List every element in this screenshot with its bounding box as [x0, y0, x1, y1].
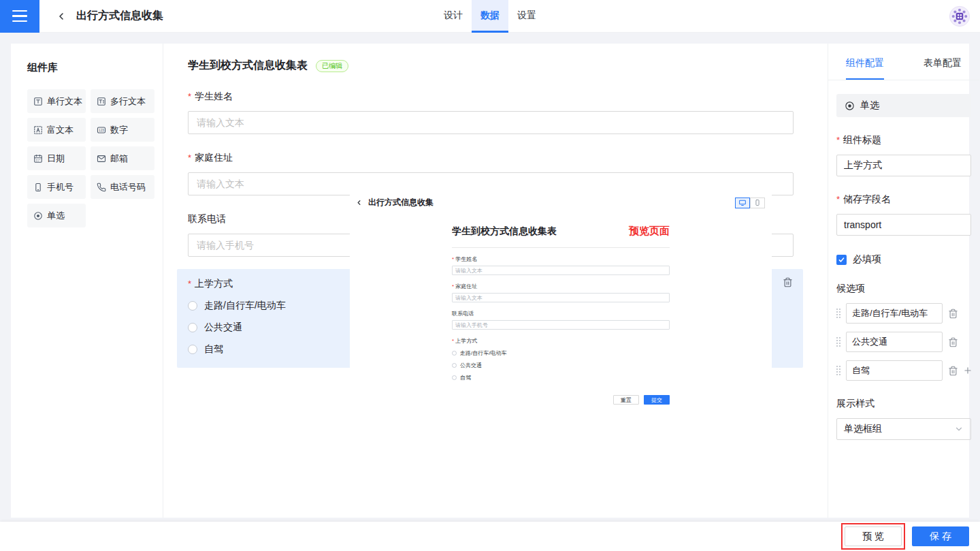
preview-reset-button[interactable]: 重置	[613, 395, 639, 405]
form-title: 学生到校方式信息收集表	[188, 59, 308, 73]
required-checkbox-row[interactable]: 必填项	[836, 253, 971, 266]
option-input[interactable]	[846, 332, 943, 352]
canvas-field-home-address: *家庭住址	[188, 152, 803, 195]
component-library: 组件库 单行文本 多行文本 富文本 123 数字 日期	[11, 44, 163, 518]
display-style-select[interactable]: 单选框组	[836, 418, 971, 440]
multi-line-text-icon	[97, 97, 106, 106]
drag-handle-icon[interactable]	[836, 366, 841, 375]
hamburger-menu-button[interactable]	[0, 0, 39, 33]
radio-circle-icon[interactable]	[188, 323, 197, 332]
required-checkbox-label: 必填项	[853, 253, 881, 266]
library-item-radio[interactable]: 单选	[27, 204, 86, 227]
delete-component-button[interactable]	[783, 277, 793, 287]
radio-icon	[33, 211, 43, 221]
preview-radio-option[interactable]: 公共交通	[452, 362, 670, 369]
library-item-number[interactable]: 123 数字	[91, 118, 154, 142]
device-toggle-group	[735, 198, 765, 208]
delete-option-button[interactable]	[948, 366, 958, 376]
tab-settings[interactable]: 设置	[508, 0, 545, 33]
option-input[interactable]	[846, 303, 943, 324]
preview-header-title: 出行方式信息收集	[368, 197, 434, 208]
desktop-view-button[interactable]	[735, 198, 750, 208]
tab-form-config[interactable]: 表单配置	[924, 57, 962, 80]
preview-student-name-input[interactable]: 请输入文本	[452, 266, 670, 275]
required-asterisk: *	[452, 283, 454, 289]
date-icon	[33, 154, 43, 163]
required-asterisk: *	[452, 338, 454, 344]
radio-circle-icon[interactable]	[188, 345, 197, 354]
tab-design[interactable]: 设计	[435, 0, 472, 33]
component-type-chip: 单选	[836, 94, 971, 117]
display-style-value: 单选框组	[844, 423, 882, 435]
config-panel: 组件配置 表单配置 单选 *组件标题 *储存字段名 必填项 候选项	[828, 44, 979, 518]
library-item-mobile[interactable]: 手机号	[27, 175, 86, 199]
delete-option-button[interactable]	[948, 309, 958, 319]
radio-circle-icon[interactable]	[452, 351, 457, 356]
preview-button[interactable]: 预 览	[845, 526, 902, 546]
radio-circle-icon[interactable]	[452, 363, 457, 368]
preview-radio-option[interactable]: 走路/自行车/电动车	[452, 349, 670, 357]
required-asterisk: *	[188, 153, 191, 163]
preview-page-annotation: 预览页面	[629, 225, 670, 237]
radio-circle-icon[interactable]	[452, 375, 457, 380]
library-item-telephone[interactable]: 电话号码	[91, 175, 154, 199]
plus-icon	[963, 366, 973, 375]
chevron-left-icon	[355, 199, 363, 206]
edited-badge: 已编辑	[316, 60, 348, 72]
preview-page: 学生到校方式信息收集表 预览页面 *学生姓名 请输入文本 *家庭住址 请输入文本…	[452, 225, 670, 405]
back-button[interactable]	[56, 11, 67, 22]
canvas-field-student-name: *学生姓名	[188, 91, 803, 134]
field-name-input[interactable]	[836, 214, 971, 236]
library-title: 组件库	[27, 61, 153, 74]
field-label: *学生姓名	[188, 91, 803, 103]
required-asterisk: *	[836, 135, 840, 145]
preview-form-title: 学生到校方式信息收集表	[452, 225, 557, 238]
app-logo-icon	[949, 5, 970, 27]
component-title-input[interactable]	[836, 155, 971, 176]
red-annotation-box: 预 览	[841, 523, 905, 550]
tab-component-config[interactable]: 组件配置	[846, 57, 884, 80]
drag-handle-icon[interactable]	[836, 337, 841, 347]
library-item-single-line-text[interactable]: 单行文本	[27, 89, 86, 113]
tab-data[interactable]: 数据	[472, 0, 508, 33]
options-label: 候选项	[836, 283, 971, 295]
mobile-icon	[754, 199, 761, 206]
form-canvas: 学生到校方式信息收集表 已编辑 *学生姓名 *家庭住址 联系电话 *上学方式 走…	[163, 44, 828, 518]
add-option-button[interactable]	[963, 366, 973, 375]
library-item-date[interactable]: 日期	[27, 146, 86, 170]
library-grid: 单行文本 多行文本 富文本 123 数字 日期 邮箱	[27, 89, 153, 227]
preview-radio-option[interactable]: 自驾	[452, 374, 670, 381]
divider	[452, 247, 670, 248]
preview-field-student-name: *学生姓名 请输入文本	[452, 255, 670, 275]
trash-icon	[783, 277, 793, 287]
radio-circle-icon[interactable]	[188, 301, 197, 311]
field-name-label: *储存字段名	[836, 193, 971, 206]
library-item-email[interactable]: 邮箱	[91, 146, 154, 170]
config-tabs: 组件配置 表单配置	[828, 44, 979, 80]
library-item-rich-text[interactable]: 富文本	[27, 118, 86, 142]
trash-icon	[948, 309, 958, 319]
drag-handle-icon[interactable]	[836, 309, 841, 318]
student-name-input[interactable]	[188, 111, 794, 134]
preview-field-home-address: *家庭住址 请输入文本	[452, 283, 670, 302]
header-tabs: 设计 数据 设置	[435, 0, 545, 33]
delete-option-button[interactable]	[948, 337, 958, 347]
preview-contact-phone-input[interactable]: 请输入手机号	[452, 320, 670, 330]
preview-home-address-input[interactable]: 请输入文本	[452, 293, 670, 302]
option-row	[836, 332, 971, 352]
save-button[interactable]: 保 存	[912, 526, 969, 546]
preview-submit-button[interactable]: 提交	[644, 395, 670, 405]
chevron-left-icon	[56, 11, 67, 22]
checkbox-checked-icon[interactable]	[836, 255, 847, 265]
preview-field-transport: *上学方式 走路/自行车/电动车 公共交通 自驾	[452, 337, 670, 381]
field-label: *家庭住址	[188, 152, 803, 164]
bottom-action-bar: 预 览 保 存	[0, 522, 980, 551]
svg-text:123: 123	[99, 128, 104, 131]
preview-back-button[interactable]: 出行方式信息收集	[355, 197, 434, 208]
library-item-multi-line-text[interactable]: 多行文本	[91, 89, 154, 113]
option-input[interactable]	[846, 360, 943, 381]
component-type-label: 单选	[860, 99, 879, 112]
required-asterisk: *	[188, 279, 191, 289]
mobile-view-button[interactable]	[750, 198, 765, 208]
required-asterisk: *	[836, 194, 840, 204]
